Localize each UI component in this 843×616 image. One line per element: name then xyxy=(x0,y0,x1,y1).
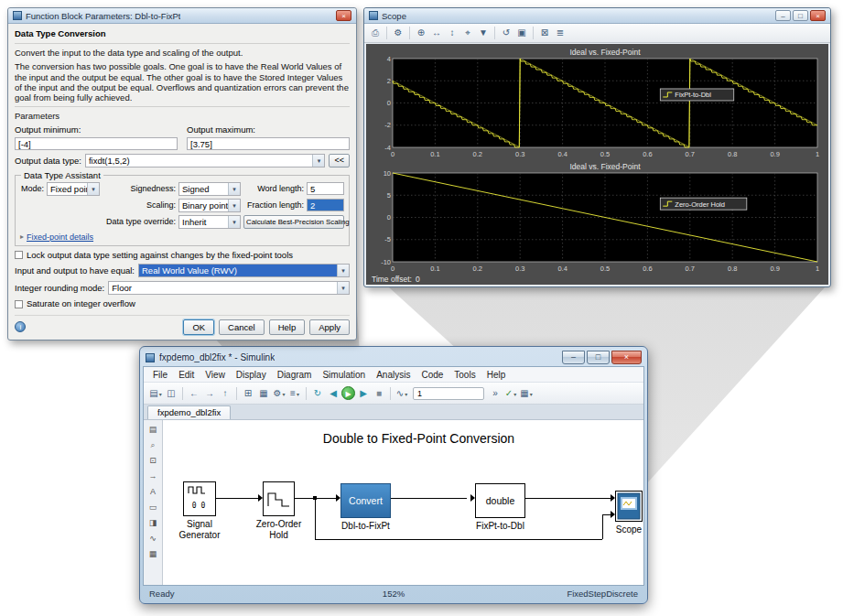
signal-wire[interactable] xyxy=(602,514,611,515)
signal-selection-icon[interactable]: ≣ xyxy=(553,26,567,40)
step-back-icon[interactable]: ◀ xyxy=(326,386,340,401)
menu-edit[interactable]: Edit xyxy=(173,369,200,381)
chevron-down-icon[interactable] xyxy=(337,282,349,294)
signedness-select[interactable]: Signed xyxy=(178,182,241,196)
run-icon[interactable]: ▶ xyxy=(341,386,355,400)
viewmarks-icon[interactable]: ◨ xyxy=(146,516,160,529)
signal-wire[interactable] xyxy=(391,498,467,499)
save-axes-settings-icon[interactable]: ▼ xyxy=(476,26,491,40)
minimize-icon[interactable]: – xyxy=(775,10,791,21)
signal-wave-icon[interactable]: ∿ xyxy=(146,532,160,545)
autoscale-icon[interactable]: ⌖ xyxy=(460,26,475,40)
new-model-icon[interactable]: ▤▾ xyxy=(148,386,163,401)
maximize-icon[interactable]: □ xyxy=(587,351,610,364)
more-toolbars-icon[interactable]: » xyxy=(488,386,503,401)
minimize-icon[interactable]: – xyxy=(562,351,585,364)
collapse-assistant-button[interactable]: << xyxy=(329,154,350,168)
close-icon[interactable]: × xyxy=(810,10,826,21)
close-icon[interactable]: × xyxy=(611,351,642,364)
maximize-icon[interactable]: □ xyxy=(793,10,808,21)
library-browser-icon[interactable]: ⊞ xyxy=(241,386,255,401)
mode-select[interactable]: Fixed point xyxy=(47,182,100,196)
draw-area-icon[interactable]: ▭ xyxy=(146,501,160,513)
output-maximum-input[interactable]: [3.75] xyxy=(187,137,350,150)
update-diagram-icon[interactable]: ↻ xyxy=(310,386,325,401)
chevron-down-icon[interactable] xyxy=(228,216,240,228)
scope-plot-fixpt[interactable]: Ideal vs. Fixed-Point00.10.20.30.40.50.6… xyxy=(370,47,825,158)
signal-wire[interactable] xyxy=(315,539,602,540)
parameters-icon[interactable]: ⚙ xyxy=(391,26,405,40)
lock-axes-icon[interactable]: ⊠ xyxy=(537,26,552,40)
data-type-override-select[interactable]: Inherit xyxy=(178,215,241,229)
zoom-icon[interactable]: ⌕ xyxy=(146,438,160,451)
menu-view[interactable]: View xyxy=(200,369,231,381)
set-direction-icon[interactable]: → xyxy=(146,470,160,482)
menu-file[interactable]: File xyxy=(147,369,173,381)
annotation-icon[interactable]: A xyxy=(146,485,160,498)
menu-display[interactable]: Display xyxy=(231,369,272,381)
dialog-titlebar[interactable]: Function Block Parameters: Dbl-to-FixPt … xyxy=(8,8,356,24)
zoom-y-icon[interactable]: ↕ xyxy=(445,26,459,40)
model-explorer-icon[interactable]: ▦ xyxy=(256,386,271,401)
chevron-down-icon[interactable] xyxy=(228,200,240,211)
scope-plot-zoh[interactable]: Ideal vs. Fixed-Point00.10.20.30.40.50.6… xyxy=(370,161,825,273)
output-minimum-input[interactable]: [-4] xyxy=(15,137,178,150)
model-canvas[interactable]: Double to Fixed-Point Conversion xyxy=(163,420,643,585)
lock-output-checkbox[interactable] xyxy=(15,251,23,259)
menu-diagram[interactable]: Diagram xyxy=(272,369,318,381)
simulation-display-icon[interactable]: ∿▾ xyxy=(394,386,409,401)
fit-to-view-icon[interactable]: ⊡ xyxy=(146,454,160,467)
back-icon[interactable]: ← xyxy=(187,386,201,401)
hide-model-browser-icon[interactable]: ▤ xyxy=(146,423,160,436)
forward-icon[interactable]: → xyxy=(202,386,217,401)
help-button[interactable]: Help xyxy=(269,319,306,335)
restore-axes-icon[interactable]: ↺ xyxy=(499,26,513,40)
refresh-blocks-icon[interactable]: ▦▾ xyxy=(519,386,534,401)
block-dbl-to-fixpt[interactable]: Convert xyxy=(340,483,391,518)
menu-help[interactable]: Help xyxy=(481,369,512,381)
zoom-x-icon[interactable]: ↔ xyxy=(429,26,444,40)
signal-wire[interactable] xyxy=(525,498,611,499)
zoom-icon[interactable]: ⊕ xyxy=(414,26,428,40)
word-length-input[interactable]: 5 xyxy=(307,182,344,195)
info-icon[interactable] xyxy=(15,321,26,332)
menu-simulation[interactable]: Simulation xyxy=(317,369,371,381)
block-fixpt-to-dbl[interactable]: double xyxy=(475,483,525,518)
menu-tools[interactable]: Tools xyxy=(449,369,481,381)
chevron-down-icon[interactable] xyxy=(312,155,324,167)
block-zero-order-hold[interactable] xyxy=(263,481,295,516)
step-forward-icon[interactable]: ▶ xyxy=(356,386,371,401)
calculate-best-precision-button[interactable]: Calculate Best-Precision Scaling xyxy=(243,215,344,229)
model-advisor-icon[interactable]: ✓▾ xyxy=(503,386,518,401)
saturate-checkbox[interactable] xyxy=(15,300,23,308)
simulink-titlebar[interactable]: fxpdemo_dbl2fix * - Simulink – □ × xyxy=(140,347,647,366)
sample-time-legend-icon[interactable]: ▦ xyxy=(146,547,160,560)
scope-titlebar[interactable]: Scope – □ × xyxy=(364,8,830,24)
output-data-type-select[interactable]: fixdt(1,5,2) xyxy=(85,154,326,168)
fraction-length-input[interactable]: 2 xyxy=(307,199,344,211)
up-to-parent-icon[interactable]: ↑ xyxy=(218,386,232,401)
close-icon[interactable]: × xyxy=(336,10,351,21)
fixed-point-details-link[interactable]: Fixed-point details xyxy=(27,232,93,243)
chevron-down-icon[interactable] xyxy=(337,265,349,276)
tab-fxpdemo-dbl2fix[interactable]: fxpdemo_dbl2fix xyxy=(147,405,231,419)
block-signal-generator[interactable]: 0 0 xyxy=(183,481,216,516)
stop-time-input[interactable]: 1 xyxy=(413,387,484,400)
print-icon[interactable]: ⎙ xyxy=(368,26,383,40)
signal-wire[interactable] xyxy=(216,498,258,499)
stop-icon[interactable]: ■ xyxy=(372,386,386,401)
block-scope[interactable] xyxy=(615,491,643,522)
ok-button[interactable]: OK xyxy=(183,319,214,335)
scaling-select[interactable]: Binary point xyxy=(178,199,241,212)
menu-analysis[interactable]: Analysis xyxy=(371,369,416,381)
chevron-down-icon[interactable] xyxy=(87,183,99,195)
model-configuration-icon[interactable]: ⚙▾ xyxy=(272,386,286,401)
chevron-down-icon[interactable] xyxy=(228,183,240,195)
more-options-icon[interactable]: ≡▾ xyxy=(287,386,302,401)
save-icon[interactable]: ◫ xyxy=(164,386,178,401)
apply-button[interactable]: Apply xyxy=(309,319,350,335)
rounding-mode-select[interactable]: Floor xyxy=(108,281,350,295)
menu-code[interactable]: Code xyxy=(416,369,449,381)
floating-scope-icon[interactable]: ▣ xyxy=(514,26,529,40)
cancel-button[interactable]: Cancel xyxy=(219,319,265,335)
